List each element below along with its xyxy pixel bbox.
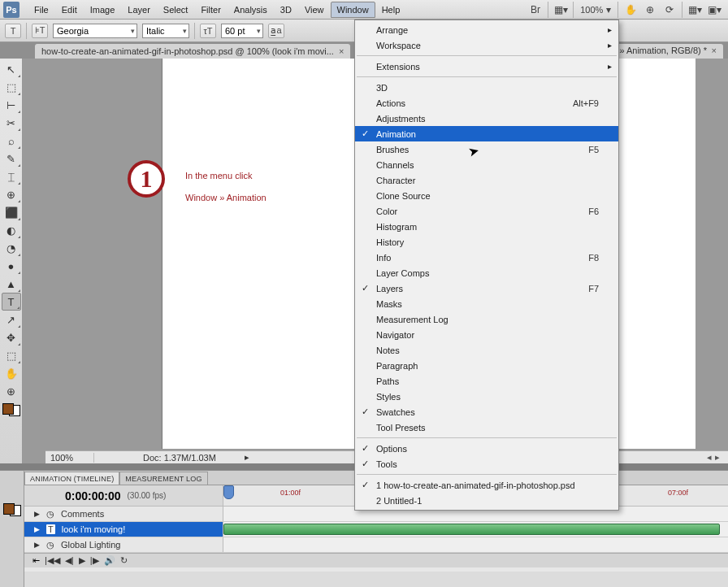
play-button[interactable]: ▶: [79, 555, 85, 566]
tool-16[interactable]: ⬚: [2, 346, 21, 364]
menu-3d[interactable]: 3D: [274, 2, 298, 18]
playhead[interactable]: [223, 485, 234, 499]
menu-item-workspace[interactable]: Workspace: [355, 37, 618, 53]
menu-item-extensions[interactable]: Extensions: [355, 59, 618, 74]
menu-item-2-untitled-1[interactable]: 2 Untitled-1: [355, 493, 618, 508]
tool-4[interactable]: ⌕: [2, 132, 21, 150]
menu-help[interactable]: Help: [375, 2, 407, 18]
menu-item-animation[interactable]: Animation: [355, 126, 618, 141]
font-size-icon: τT: [200, 24, 216, 38]
type-tool-icon[interactable]: T: [5, 24, 21, 38]
tool-11[interactable]: ●: [2, 257, 21, 275]
menu-item-history[interactable]: History: [355, 234, 618, 250]
menu-item-swatches[interactable]: Swatches: [355, 404, 618, 420]
font-family-combo[interactable]: Georgia: [53, 24, 137, 38]
audio-button[interactable]: 🔊: [104, 555, 115, 566]
tool-6[interactable]: ⌶: [2, 167, 21, 185]
menu-layer[interactable]: Layer: [121, 2, 157, 18]
text-orientation-icon[interactable]: ⊧T: [32, 24, 48, 38]
antialias-icon[interactable]: a̲a: [268, 24, 284, 38]
menu-item-tool-presets[interactable]: Tool Presets: [355, 420, 618, 435]
bridge-icon[interactable]: Br: [528, 2, 543, 17]
menu-item-actions[interactable]: ActionsAlt+F9: [355, 95, 618, 111]
tool-15[interactable]: ✥: [2, 328, 21, 346]
menu-window[interactable]: Window: [331, 2, 375, 18]
font-style-combo[interactable]: Italic: [142, 24, 189, 38]
rewind-button[interactable]: |◀◀: [45, 555, 60, 566]
menu-edit[interactable]: Edit: [55, 2, 84, 18]
font-size-combo[interactable]: 60 pt: [221, 24, 263, 38]
menu-item-layer-comps[interactable]: Layer Comps: [355, 265, 618, 280]
menu-item-measurement-log[interactable]: Measurement Log: [355, 311, 618, 327]
arrange-docs-icon[interactable]: ▦▾: [687, 2, 702, 17]
tool-10[interactable]: ◔: [2, 239, 21, 257]
tool-1[interactable]: ⬚: [2, 78, 21, 96]
menu-view[interactable]: View: [298, 2, 331, 18]
timecode-display[interactable]: 0:00:00:00: [65, 489, 121, 502]
tab-measurement-log[interactable]: MEASUREMENT LOG: [119, 472, 207, 485]
loop-button[interactable]: ↻: [120, 555, 128, 566]
tool-5[interactable]: ✎: [2, 150, 21, 167]
timeline-clip[interactable]: [223, 524, 720, 535]
tool-13[interactable]: T: [2, 293, 21, 311]
tool-9[interactable]: ◐: [2, 221, 21, 239]
swatches[interactable]: [2, 403, 20, 416]
timeline-controls: ⇤ |◀◀ ◀| ▶ |▶ 🔊 ↻: [24, 553, 728, 567]
menu-item-character[interactable]: Character: [355, 172, 618, 188]
tool-17[interactable]: ✋: [2, 364, 21, 382]
zoom-level-combo[interactable]: 100% ▾: [578, 2, 613, 17]
window-menu-dropdown[interactable]: ArrangeWorkspaceExtensions3DActionsAlt+F…: [354, 20, 619, 511]
tool-7[interactable]: ⊕: [2, 185, 21, 203]
menu-item-navigator[interactable]: Navigator: [355, 327, 618, 342]
menu-item-notes[interactable]: Notes: [355, 342, 618, 358]
menu-item-channels[interactable]: Channels: [355, 157, 618, 172]
document-tab-active[interactable]: how-to-create-an-animated-gif-in-photosh…: [35, 44, 350, 59]
timeline-row-global-lighting[interactable]: ▶◷Global Lighting: [24, 537, 223, 552]
menu-item-color[interactable]: ColorF6: [355, 203, 618, 219]
menu-item-tools[interactable]: Tools: [355, 456, 618, 472]
menu-item-info[interactable]: InfoF8: [355, 250, 618, 265]
tool-14[interactable]: ↗: [2, 311, 21, 328]
menu-item-masks[interactable]: Masks: [355, 296, 618, 311]
tool-0[interactable]: ↖: [2, 60, 21, 78]
tool-2[interactable]: ⊢: [2, 96, 21, 114]
tool-8[interactable]: ⬛: [2, 203, 21, 221]
menu-filter[interactable]: Filter: [194, 2, 227, 18]
zoom-field[interactable]: 100%: [46, 453, 94, 463]
hand-icon[interactable]: ✋: [623, 2, 638, 17]
menu-item-paragraph[interactable]: Paragraph: [355, 358, 618, 373]
screen-mode-icon[interactable]: ▦▾: [553, 2, 568, 17]
timeline-row-layer[interactable]: ▶Tlook i'm moving!: [24, 522, 223, 537]
menu-item-paths[interactable]: Paths: [355, 373, 618, 389]
timeline-row-comments[interactable]: ▶◷Comments: [24, 507, 223, 521]
screen-icon[interactable]: ▣▾: [707, 2, 722, 17]
menu-file[interactable]: File: [28, 2, 55, 18]
menu-item-brushes[interactable]: BrushesF5: [355, 141, 618, 157]
zoom-icon[interactable]: ⊕: [643, 2, 657, 17]
tool-3[interactable]: ✂: [2, 114, 21, 132]
tab-animation-timeline[interactable]: ANIMATION (TIMELINE): [24, 472, 119, 485]
menu-item-histogram[interactable]: Histogram: [355, 219, 618, 234]
prev-frame-button[interactable]: ◀|: [65, 555, 74, 566]
menu-item-clone-source[interactable]: Clone Source: [355, 188, 618, 203]
document-tab-secondary[interactable]: » Animation, RGB/8) * ×: [613, 44, 723, 59]
menu-item-arrange[interactable]: Arrange: [355, 22, 618, 37]
next-frame-button[interactable]: |▶: [90, 555, 99, 566]
annotation-badge: 1: [128, 160, 165, 198]
tool-18[interactable]: ⊕: [2, 382, 21, 400]
menu-item-3d[interactable]: 3D: [355, 80, 618, 95]
menu-image[interactable]: Image: [84, 2, 122, 18]
fps-display: (30.00 fps): [128, 491, 167, 500]
annotation-text: In the menu clickWindow » Animation: [185, 163, 266, 207]
tool-12[interactable]: ▲: [2, 275, 21, 293]
menu-item-adjustments[interactable]: Adjustments: [355, 111, 618, 126]
menu-item-layers[interactable]: LayersF7: [355, 280, 618, 296]
app-logo: Ps: [3, 2, 20, 18]
menu-item-1-how-to-create-an-animated-gif-in-photoshop-psd[interactable]: 1 how-to-create-an-animated-gif-in-photo…: [355, 477, 618, 493]
menu-analysis[interactable]: Analysis: [228, 2, 274, 18]
menu-item-options[interactable]: Options: [355, 441, 618, 456]
menu-select[interactable]: Select: [157, 2, 195, 18]
rotate-view-icon[interactable]: ⟳: [662, 2, 677, 17]
close-icon[interactable]: ×: [339, 46, 344, 56]
menu-item-styles[interactable]: Styles: [355, 389, 618, 404]
